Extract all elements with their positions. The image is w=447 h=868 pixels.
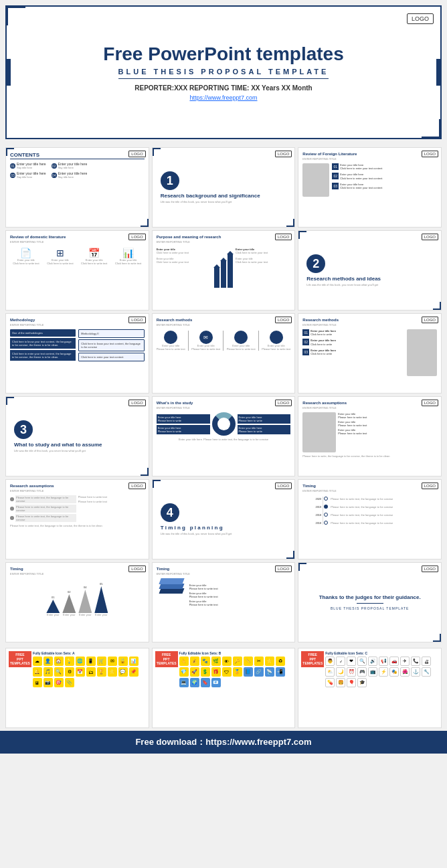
slide-timing-2[interactable]: LOGO Timing ENTER REPORTING TITLE 01 Ent… [5, 562, 149, 642]
slide-assumptions2[interactable]: LOGO Research assumptions ENTER REPORTIN… [5, 479, 149, 559]
slide-review-foreign[interactable]: LOGO Review of Foreign Literature ENTER … [298, 147, 442, 228]
icon-b-13: 💲 [201, 667, 210, 677]
layer-3 [159, 588, 184, 594]
corner-tl-6 [298, 231, 306, 239]
content-sub-2: Say title here [58, 166, 88, 169]
slide-timing-1[interactable]: LOGO Timing ENTER REPORTING TITLE 2020 P… [298, 479, 442, 559]
icon-set-c[interactable]: FREEPPTTEMPLATES Fully Editable Icon Set… [298, 648, 442, 728]
timeline-text-2: Please here to write text, the language … [331, 505, 393, 509]
assump-text-3: Enter your titlePlease here to write tex… [338, 428, 437, 435]
circle-4 [270, 331, 283, 344]
timing3-text-1: Enter your titlePlease here to write tex… [189, 584, 291, 590]
slide-research-methods-num[interactable]: LOGO 2 Research methods and ideas Life w… [298, 230, 442, 311]
icon-a-14: ⚙ [65, 667, 74, 677]
slide-timing-3[interactable]: LOGO Timing ENTER REPORTING TITLE Enter … [152, 562, 296, 642]
thanks-text: Thanks to the judges for their guidance. [319, 594, 421, 600]
icon-c-5: 🔊 [368, 657, 377, 666]
slide-research-img[interactable]: LOGO Research methods ENTER REPORTING TI… [298, 313, 442, 394]
timing-text-01: Enter your [46, 613, 60, 616]
icon-b-17: 📘 [244, 667, 253, 677]
icon-c-12: 🌙 [336, 667, 345, 677]
slide-title-14: T i m i n g p l a n n i n g [161, 525, 223, 531]
icon-a-21: 🖥 [33, 678, 42, 687]
corner-tl [6, 148, 14, 156]
slide-logo-13: LOGO [128, 483, 145, 489]
slide-thanks[interactable]: LOGO Thanks to the judges for their guid… [298, 562, 442, 642]
slide-logo-12: LOGO [422, 400, 438, 406]
icon-a-12: 🎵 [43, 667, 53, 677]
icon-set-a[interactable]: FREEPPTTEMPLATES Fully Editable Icon Set… [5, 648, 149, 728]
corner-tl-2 [153, 148, 161, 156]
content-num-4: 04 [52, 173, 57, 178]
slide-review-domestic[interactable]: LOGO Review of domestic literature ENTER… [5, 230, 149, 311]
num-text-03: Enter your title hereClick here to enter… [340, 183, 382, 189]
slide-header-3: Review of Foreign Literature [302, 152, 437, 156]
icon-c-18: 🌺 [400, 667, 410, 677]
slide-title-6: Research methods and ideas [306, 276, 381, 282]
num-badge-02: 02 [332, 173, 339, 179]
icon-a-20: 📌 [129, 667, 139, 677]
slide-research-bg[interactable]: LOGO 1 Research background and significa… [152, 147, 296, 228]
icon-row-c: 👨 ♂ ❤ 🔍 🔊 📢 🚗 ✈ 📞 🖨 ⛅ 🌙 ⏰ 🎮 📺 ⚡ [325, 657, 438, 687]
content-num-3: 03 [10, 173, 15, 178]
icon-a-17: 🏆 [97, 667, 106, 677]
slide-research-circles[interactable]: LOGO Research methods ENTER REPORTING TI… [152, 313, 296, 394]
slide-header-17: Timing [157, 567, 291, 571]
icon-b-2: 💰 [190, 657, 199, 666]
rm-item-3: 03 Enter your title here Click here to w… [302, 349, 405, 355]
meth-text-2a: Click here to know your text content, th… [78, 339, 144, 351]
rm-text-03: Click here to write [310, 352, 336, 355]
footer-text: Free download：https://www.freeppt7.com [135, 737, 311, 747]
icon-a-22: 📷 [43, 678, 53, 687]
slide-assumptions[interactable]: LOGO Research assumptions ENTER REPORTIN… [298, 396, 442, 476]
slide-subheader-16: ENTER REPORTING TITLE [10, 572, 145, 576]
icon-a-7: 🛒 [97, 657, 106, 666]
slide-subheader-15: ENTER REPORTING TITLE [302, 489, 437, 493]
icon-a-8: ✉ [108, 657, 117, 666]
slide-logo-10: LOGO [128, 400, 145, 406]
icon-set-b-title: Fully Editable Icon Sets: B [179, 651, 292, 655]
image-placeholder-3 [302, 163, 329, 197]
side-bar-right [436, 59, 440, 86]
icon-c-24: 🎓 [357, 678, 367, 687]
slide-purpose[interactable]: LOGO Purpose and meaning of research ENT… [152, 230, 296, 311]
dom-text-1: Click here to write text [13, 262, 39, 265]
slide-contents[interactable]: LOGO CONTENTS 01 Enter your title here S… [5, 147, 149, 228]
icon-a-3: 🏠 [54, 657, 64, 666]
slide-logo-11: LOGO [275, 400, 292, 406]
slide-whats-study[interactable]: LOGO What's in the study ENTER REPORTING… [152, 396, 296, 476]
year-2019: 2019 [302, 505, 321, 509]
slide-header-9: Research methods [302, 318, 437, 322]
dot-3 [10, 516, 14, 520]
icon-a-9: 🔒 [118, 657, 128, 666]
side-bar-left [7, 59, 11, 86]
icon-b-19: 📡 [265, 667, 274, 677]
icon-set-c-title: Fully Editable Icon Sets: C [325, 651, 438, 655]
website-url: https://www.freeppt7.com [189, 94, 257, 101]
slide-timing-num[interactable]: LOGO 4 T i m i n g p l a n n i n g Life … [152, 479, 296, 559]
icon-b-3: 🐾 [201, 657, 210, 666]
rm-item-1: 01 Enter your title here Click here to w… [302, 329, 405, 336]
circle-text-3: Please here to write text [227, 347, 256, 351]
slide-methodology[interactable]: LOGO Methodology ENTER REPORTING TITLE O… [5, 313, 149, 394]
timing-label-01: 01 [46, 596, 60, 599]
footer-bar: Free download：https://www.freeppt7.com [0, 731, 447, 754]
slide-subheader-9: ENTER REPORTING TITLE [302, 323, 437, 327]
icon-b-18: 🔗 [254, 667, 264, 677]
assump2-text-3: Please here to write text, the language … [15, 514, 76, 522]
icon-c-9: 📞 [411, 657, 420, 666]
icon-set-b[interactable]: FREEPPTTEMPLATES Fully Editable Icon Set… [152, 648, 296, 728]
subtitle: BLUE THESIS PROPOSAL TEMPLATE [118, 68, 329, 79]
free-badge-a: FREEPPTTEMPLATES [9, 651, 31, 667]
slide-header-16: Timing [10, 567, 145, 571]
slide-what-study-num[interactable]: LOGO 3 What to study and what to assume … [5, 396, 149, 476]
icon-c-13: ⏰ [347, 667, 356, 677]
content-sub-3: Say title here [17, 175, 46, 179]
slide-logo-9: LOGO [422, 317, 438, 323]
icon-a-23: 🎯 [54, 678, 64, 687]
icon-a-11: 🔔 [33, 667, 42, 677]
num-text-02: Enter your title hereClick here to enter… [340, 173, 382, 179]
meth-text-1a: Click here to know your text content, th… [10, 338, 76, 349]
content-sub-1: Say title here [17, 166, 46, 169]
icon-b-12: 🚀 [190, 667, 199, 677]
